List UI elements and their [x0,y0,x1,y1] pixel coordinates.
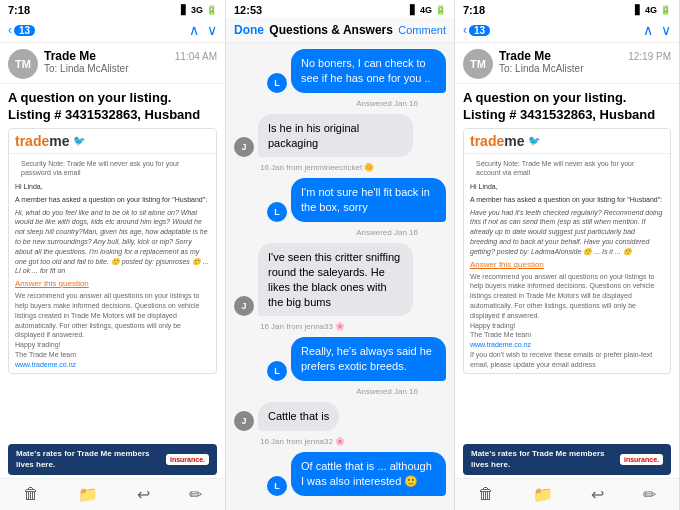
left-insurance-badge: insurance. [166,454,209,465]
middle-chat-panel: 12:53 ▋ 4G 🔋 Done Questions & Answers Co… [226,0,454,510]
right-footer3: The Trade Me team [470,330,664,340]
right-signal-icon: ▋ [635,5,642,15]
left-time: 7:18 [8,4,30,16]
msg-avatar-6: J [234,411,254,431]
compose-icon[interactable]: ✏ [189,485,202,504]
left-avatar: TM [8,49,38,79]
message-row-3: I'm not sure he'll fit back in the box, … [234,178,446,222]
right-hi-linda: Hi Linda, [470,182,664,192]
right-insurance-badge: insurance. [620,454,663,465]
right-compose-icon[interactable]: ✏ [643,485,656,504]
right-reply-icon[interactable]: ↩ [591,485,604,504]
left-back-badge: 13 [14,25,35,36]
right-email-to: To: Linda McAlister [499,63,671,74]
right-bottom-toolbar: 🗑 📁 ↩ ✏ [455,478,679,510]
left-footer4: www.trademe.co.nz [15,360,210,370]
folder-icon[interactable]: 📁 [78,485,98,504]
msg-avatar-4: J [234,296,254,316]
left-sender: Trade Me [44,49,96,63]
left-mates-text: Mate's rates for Trade Me members lives … [16,449,166,470]
right-body1: A member has asked a question on your li… [470,195,664,205]
right-mates-banner: Mate's rates for Trade Me members lives … [463,444,671,475]
right-avatar: TM [463,49,493,79]
left-mates-banner: Mate's rates for Trade Me members lives … [8,444,217,475]
left-email-subject: A question on your listing. Listing # 34… [0,84,225,128]
left-footer1: We recommend you answer all questions on… [15,291,210,340]
reply-icon[interactable]: ↩ [137,485,150,504]
right-time: 7:18 [463,4,485,16]
right-security-note: Security Note: Trade Me will never ask y… [470,157,664,179]
right-email-meta: TM Trade Me 12:19 PM To: Linda McAlister [455,43,679,84]
right-footer2: Happy trading! [470,321,664,331]
done-button[interactable]: Done [234,23,264,37]
message-bubble-3: I'm not sure he'll fit back in the box, … [291,178,446,222]
message-bubble-7: Of cattle that is ... although I was als… [291,452,446,496]
msg-meta-6: 16 Jan from jenna32 🌸 [260,437,444,446]
msg-avatar-5: L [267,361,287,381]
msg-meta-5: Answered Jan 16 [236,387,418,396]
left-email-panel: 7:18 ▋ 3G 🔋 ‹ 13 ∧ ∨ TM Trade Me 11:04 A… [0,0,226,510]
left-trademe-logo-bar: trademe 🐦 [9,129,216,154]
left-meta-info: Trade Me 11:04 AM To: Linda McAlister [44,49,217,74]
left-answer-link[interactable]: Answer this question [15,279,210,288]
up-arrow-icon[interactable]: ∧ [189,22,199,38]
right-delete-icon[interactable]: 🗑 [478,485,494,504]
right-footer4: www.trademe.co.nz [470,340,664,350]
right-up-arrow-icon[interactable]: ∧ [643,22,653,38]
right-body2: Have you had it's teeth checked regularl… [470,208,664,257]
down-arrow-icon[interactable]: ∨ [207,22,217,38]
right-email-time: 12:19 PM [628,51,671,62]
right-email-subject: A question on your listing. Listing # 34… [455,84,679,128]
middle-chat-header: Done Questions & Answers Comment [226,18,454,43]
message-bubble-4: I've seen this critter sniffing round th… [258,243,413,316]
left-security-note: Security Note: Trade Me will never ask y… [15,157,210,179]
left-email-to: To: Linda McAlister [44,63,217,74]
chat-messages-container: No boners, I can check to see if he has … [226,43,454,510]
msg-avatar-2: J [234,137,254,157]
msg-meta-1: Answered Jan 16 [236,99,418,108]
trademe-bird-icon: 🐦 [73,135,85,146]
message-row-5: Really, he's always said he prefers exot… [234,337,446,381]
right-trademe-bird-icon: 🐦 [528,135,540,146]
right-trademe-logo-bar: trademe 🐦 [464,129,670,154]
right-sender: Trade Me [499,49,551,63]
right-back-badge: 13 [469,25,490,36]
right-folder-icon[interactable]: 📁 [533,485,553,504]
right-down-arrow-icon[interactable]: ∨ [661,22,671,38]
middle-time: 12:53 [234,4,262,16]
signal-icon: ▋ [181,5,188,15]
left-hi-linda: Hi Linda, [15,182,210,192]
right-chevron-icon: ‹ [463,23,467,37]
message-bubble-5: Really, he's always said he prefers exot… [291,337,446,381]
left-footer2: Happy trading! [15,340,210,350]
comment-button[interactable]: Comment [398,24,446,36]
left-bottom-toolbar: 🗑 📁 ↩ ✏ [0,478,225,510]
right-answer-link[interactable]: Answer this question [470,260,664,269]
msg-avatar-3: L [267,202,287,222]
right-nav-arrows[interactable]: ∧ ∨ [643,22,671,38]
left-email-nav: ‹ 13 ∧ ∨ [0,18,225,43]
chat-title: Questions & Answers [264,23,398,37]
chat-header-center: Questions & Answers [264,23,398,37]
right-status-icons: ▋ 4G 🔋 [635,5,671,15]
network-icon: 3G [191,5,203,15]
message-row-6: J Cattle that is [234,402,446,431]
msg-meta-3: Answered Jan 16 [236,228,418,237]
left-nav-arrows[interactable]: ∧ ∨ [189,22,217,38]
right-email-body: trademe 🐦 Security Note: Trade Me will n… [455,128,679,441]
right-footer5: If you don't wish to receive these email… [470,350,664,370]
msg-meta-2: 16 Jan from jemmineecricket 🌼 [260,163,444,172]
msg-meta-4: 16 Jan from jenna33 🌸 [260,322,444,331]
right-back-button[interactable]: ‹ 13 [463,23,490,37]
left-chevron-icon: ‹ [8,23,12,37]
trademe-logo-left: trademe [15,133,69,149]
right-battery-icon: 🔋 [660,5,671,15]
delete-icon[interactable]: 🗑 [23,485,39,504]
trademe-logo-right: trademe [470,133,524,149]
middle-status-icons: ▋ 4G 🔋 [410,5,446,15]
message-row-7: Of cattle that is ... although I was als… [234,452,446,496]
right-meta-info: Trade Me 12:19 PM To: Linda McAlister [499,49,671,74]
right-email-panel: 7:18 ▋ 4G 🔋 ‹ 13 ∧ ∨ TM Trade Me 12:19 P… [454,0,680,510]
left-back-button[interactable]: ‹ 13 [8,23,35,37]
message-row-4: J I've seen this critter sniffing round … [234,243,446,316]
